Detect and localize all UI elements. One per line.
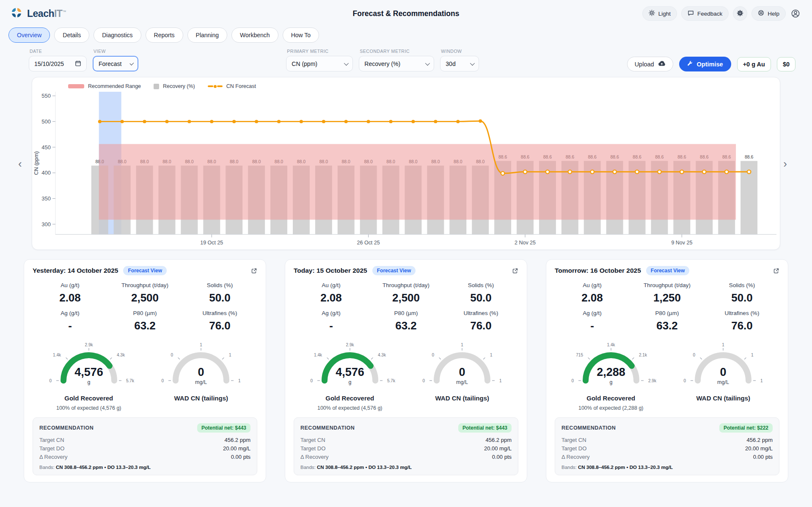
view-select[interactable]: Forecast bbox=[93, 56, 138, 71]
tab-diagnostics[interactable]: Diagnostics bbox=[94, 27, 141, 43]
metrics-grid: Au (g/t)2.08 Throughput (t/day)1,250 Sol… bbox=[555, 282, 779, 332]
rec-label: Δ Recovery bbox=[300, 454, 329, 460]
svg-text:2.9k: 2.9k bbox=[85, 343, 93, 347]
forecast-view-badge: Forecast View bbox=[372, 266, 416, 275]
chart-scroll-right-icon[interactable]: › bbox=[783, 158, 787, 169]
legend-recommended-range[interactable]: Recommended Range bbox=[68, 83, 141, 89]
svg-text:1: 1 bbox=[751, 353, 754, 357]
svg-text:19 Oct 25: 19 Oct 25 bbox=[200, 240, 223, 246]
recommendation-heading: RECOMMENDATION bbox=[39, 425, 94, 431]
svg-text:550: 550 bbox=[41, 93, 51, 99]
svg-text:2.9k: 2.9k bbox=[346, 343, 354, 347]
tab-overview[interactable]: Overview bbox=[8, 27, 50, 43]
svg-text:g: g bbox=[609, 379, 612, 385]
rec-label: Target DO bbox=[39, 445, 64, 452]
date-input[interactable] bbox=[29, 56, 87, 71]
svg-text:88.6: 88.6 bbox=[745, 155, 754, 159]
rec-value: 0.00 pts bbox=[231, 454, 250, 460]
lifebuoy-icon bbox=[758, 10, 764, 17]
gauge-subtitle: 100% of expected (2,288 g) bbox=[559, 405, 663, 411]
svg-text:400: 400 bbox=[41, 170, 51, 176]
metric-label: Throughput (t/day) bbox=[369, 282, 443, 288]
brand-name: LeachIT™ bbox=[27, 8, 66, 19]
bands-line: Bands: CN 308.8–456.2 ppm • DO 13.3–20.3… bbox=[300, 465, 512, 470]
svg-text:2.9k: 2.9k bbox=[648, 378, 657, 383]
svg-text:450: 450 bbox=[41, 144, 51, 151]
svg-text:g: g bbox=[87, 379, 90, 385]
potential-net-badge: Potential net: $222 bbox=[719, 423, 773, 433]
filter-bar: DATE VIEW Forecast PRIMARY METRIC CN (pp… bbox=[0, 44, 812, 71]
tab-workbench[interactable]: Workbench bbox=[231, 27, 278, 43]
gauge-caption: Gold Recovered bbox=[559, 395, 663, 402]
svg-text:0: 0 bbox=[720, 366, 727, 378]
metric-label: Throughput (t/day) bbox=[630, 282, 705, 288]
calendar-icon[interactable] bbox=[75, 60, 81, 68]
feedback-button[interactable]: Feedback bbox=[681, 6, 729, 21]
help-button[interactable]: Help bbox=[751, 6, 786, 21]
wad-cn-gauge: 001110mg/L bbox=[149, 339, 253, 394]
gold-recovered-gauge: 01.4k2.9k4.3k5.7k4,576g bbox=[298, 339, 402, 394]
open-external-icon[interactable] bbox=[773, 268, 779, 274]
tab-planning[interactable]: Planning bbox=[187, 27, 228, 43]
rec-value: 456.2 ppm bbox=[225, 437, 250, 443]
metric-value: 63.2 bbox=[369, 319, 443, 332]
tab-reports[interactable]: Reports bbox=[146, 27, 183, 43]
metric-value: 76.0 bbox=[182, 319, 257, 332]
svg-text:350: 350 bbox=[41, 195, 51, 202]
metric-label: Ag (g/t) bbox=[294, 310, 369, 316]
gauge-caption: WAD CN (tailings) bbox=[410, 395, 514, 402]
open-external-icon[interactable] bbox=[512, 268, 518, 274]
tab-details[interactable]: Details bbox=[54, 27, 89, 43]
metric-label: Solids (%) bbox=[182, 282, 257, 288]
view-filter: VIEW Forecast bbox=[93, 49, 138, 71]
metric-value: 63.2 bbox=[107, 319, 182, 332]
rec-value: 0.00 pts bbox=[492, 454, 512, 460]
svg-text:0: 0 bbox=[310, 378, 313, 383]
date-value[interactable] bbox=[34, 60, 71, 67]
svg-text:2.1k: 2.1k bbox=[639, 353, 647, 357]
legend-recovery[interactable]: Recovery (%) bbox=[154, 83, 195, 89]
svg-text:1.4k: 1.4k bbox=[314, 353, 322, 357]
window-select[interactable]: 30d bbox=[440, 56, 479, 71]
svg-text:0: 0 bbox=[432, 353, 435, 357]
net-value-chip: $0 bbox=[777, 57, 795, 71]
forecast-chart-plot[interactable]: 88.088.088.088.088.088.088.088.088.088.0… bbox=[32, 91, 780, 248]
svg-text:mg/L: mg/L bbox=[456, 379, 468, 385]
open-external-icon[interactable] bbox=[251, 268, 257, 274]
settings-button[interactable] bbox=[733, 6, 747, 21]
svg-text:1: 1 bbox=[490, 353, 493, 357]
chart-scroll-left-icon[interactable]: ‹ bbox=[18, 158, 22, 169]
svg-text:2,288: 2,288 bbox=[597, 366, 625, 378]
svg-text:26 Oct 25: 26 Oct 25 bbox=[357, 240, 380, 246]
metric-label: Ultrafines (%) bbox=[443, 310, 518, 316]
rec-label: Target CN bbox=[300, 437, 325, 443]
metrics-grid: Au (g/t)2.08 Throughput (t/day)2,500 Sol… bbox=[33, 282, 257, 332]
upload-button[interactable]: Upload bbox=[627, 57, 673, 71]
header-actions: Light Feedback bbox=[642, 6, 801, 21]
tab-howto[interactable]: How To bbox=[283, 27, 319, 43]
date-label: DATE bbox=[29, 49, 87, 54]
legend-cn-forecast[interactable]: CN Forecast bbox=[208, 83, 256, 89]
theme-light-button[interactable]: Light bbox=[642, 6, 677, 21]
primary-metric-filter: PRIMARY METRIC CN (ppm) bbox=[286, 49, 353, 71]
main-tabs: Overview Details Diagnostics Reports Pla… bbox=[0, 24, 812, 44]
primary-metric-select[interactable]: CN (ppm) bbox=[286, 56, 353, 71]
svg-text:g: g bbox=[348, 379, 351, 385]
date-filter: DATE bbox=[29, 49, 87, 71]
svg-text:5.7k: 5.7k bbox=[387, 378, 396, 383]
card-title: Yesterday: 14 October 2025 bbox=[33, 267, 118, 274]
gauge-subtitle: 100% of expected (4,576 g) bbox=[37, 405, 140, 411]
metric-value: - bbox=[555, 319, 630, 332]
secondary-metric-label: SECONDARY METRIC bbox=[359, 49, 434, 54]
bands-line: Bands: CN 308.8–456.2 ppm • DO 13.3–20.3… bbox=[562, 465, 773, 470]
wad-cn-gauge: 001110mg/L bbox=[410, 339, 514, 394]
potential-net-badge: Potential net: $443 bbox=[458, 423, 512, 433]
rec-value: 20.00 mg/L bbox=[223, 445, 250, 452]
recommendation-box: RECOMMENDATION Potential net: $443 Targe… bbox=[294, 417, 518, 475]
optimise-button[interactable]: Optimise bbox=[679, 57, 731, 71]
metric-label: Solids (%) bbox=[705, 282, 779, 288]
account-avatar-icon[interactable] bbox=[790, 8, 801, 19]
metric-value: 50.0 bbox=[705, 291, 779, 304]
secondary-metric-select[interactable]: Recovery (%) bbox=[359, 56, 434, 71]
svg-text:9 Nov 25: 9 Nov 25 bbox=[671, 240, 692, 246]
